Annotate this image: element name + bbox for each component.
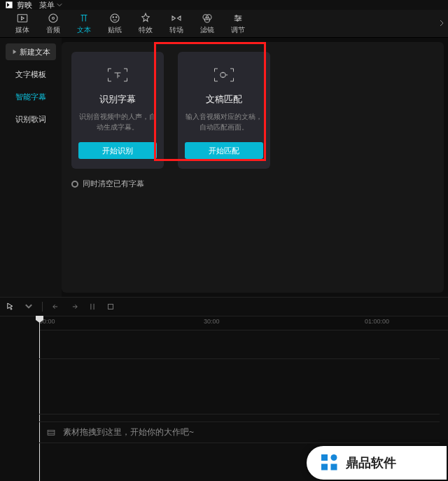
tab-transition[interactable]: 转场 [161,10,192,37]
svg-rect-0 [18,15,27,22]
delete-icon[interactable] [106,302,115,312]
card-title: 识别字幕 [99,93,136,106]
ruler-mark: 01:00:00 [365,318,389,325]
triangle-right-icon [12,49,18,55]
svg-rect-15 [321,454,328,461]
svg-rect-17 [321,464,328,470]
logo-icon [4,0,14,10]
ruler-mark: 30:00 [204,318,220,325]
brand-icon [319,452,340,473]
tracks-area[interactable]: 素材拖拽到这里，开始你的大作吧~ [39,421,440,443]
watermark-badge: 鼎品软件 [307,446,447,480]
svg-point-1 [49,14,57,22]
app-logo: 剪映 [4,0,32,11]
card-script-match: 文稿匹配 输入音视频对应的文稿，自动匹配画面。 开始匹配 [178,52,270,169]
tab-sticker[interactable]: 贴纸 [99,10,130,37]
svg-point-2 [52,18,55,20]
chevron-right-icon[interactable] [438,20,445,27]
svg-rect-14 [48,430,55,435]
svg-rect-16 [331,454,337,461]
text-icon [78,12,90,25]
adjust-icon [232,12,244,25]
title-bar: 剪映 菜单 [0,0,448,10]
sidebar-item-lyrics[interactable]: 识别歌词 [6,111,56,127]
tab-text[interactable]: 文本 [69,10,99,37]
card-recognize-subtitle: 识别字幕 识别音视频中的人声，自动生成字幕。 开始识别 [71,52,164,169]
transition-icon [170,12,183,25]
top-tabs: 媒体 音频 文本 贴纸 特效 转场 滤镜 调节 [0,10,448,38]
tab-adjust[interactable]: 调节 [223,10,253,37]
separator [42,302,43,312]
card-desc: 识别音视频中的人声，自动生成字幕。 [78,111,157,132]
card-row: 识别字幕 识别音视频中的人声，自动生成字幕。 开始识别 文稿匹配 输入音视频对应… [71,52,434,169]
text-sidebar: 新建文本 文字模板 智能字幕 识别歌词 [0,38,62,297]
svg-point-4 [113,17,114,18]
sidebar-item-new-text[interactable]: 新建文本 [6,43,56,60]
timeline-toolbar [0,297,448,316]
subtitle-icon [105,66,130,86]
pointer-icon[interactable] [6,302,15,312]
brand-text: 鼎品软件 [346,454,396,471]
content-area: 识别字幕 识别音视频中的人声，自动生成字幕。 开始识别 文稿匹配 输入音视频对应… [62,42,444,293]
tab-effect[interactable]: 特效 [130,10,161,37]
time-ruler[interactable]: 00:00 30:00 01:00:00 [39,316,448,330]
filter-icon [201,12,214,25]
svg-rect-18 [331,464,337,470]
menu-label: 菜单 [39,0,55,11]
sidebar-item-templates[interactable]: 文字模板 [6,66,56,83]
track-guide [39,358,440,414]
main-panel: 新建文本 文字模板 智能字幕 识别歌词 识别字幕 识别音视频中的人声，自动生成字… [0,38,448,297]
svg-point-3 [111,14,119,22]
app-name: 剪映 [17,0,32,11]
radio-icon [71,181,78,188]
card-desc: 输入音视频对应的文稿，自动匹配画面。 [185,111,263,132]
undo-icon[interactable] [51,302,61,312]
track-drop-hint: 素材拖拽到这里，开始你的大作吧~ [39,421,440,443]
redo-icon[interactable] [69,302,79,312]
start-recognize-button[interactable]: 开始识别 [78,142,157,159]
script-match-icon [211,66,237,86]
split-icon[interactable] [88,302,97,312]
svg-rect-13 [108,305,113,309]
tab-media[interactable]: 媒体 [7,10,38,37]
clip-icon [46,428,56,438]
sidebar-item-smart-caption[interactable]: 智能字幕 [6,88,56,105]
start-match-button[interactable]: 开始匹配 [185,142,263,159]
effect-icon [139,12,152,25]
card-title: 文稿匹配 [206,93,242,106]
menu-dropdown[interactable]: 菜单 [39,0,62,11]
tab-filter[interactable]: 滤镜 [192,10,223,37]
svg-point-5 [116,17,118,18]
clear-existing-option[interactable]: 同时清空已有字幕 [71,179,434,189]
chevron-down-icon [57,2,62,8]
sticker-icon [108,12,121,25]
tab-audio[interactable]: 音频 [38,10,69,37]
chevron-down-icon[interactable] [24,302,34,312]
audio-icon [47,12,59,25]
media-icon [16,12,29,25]
